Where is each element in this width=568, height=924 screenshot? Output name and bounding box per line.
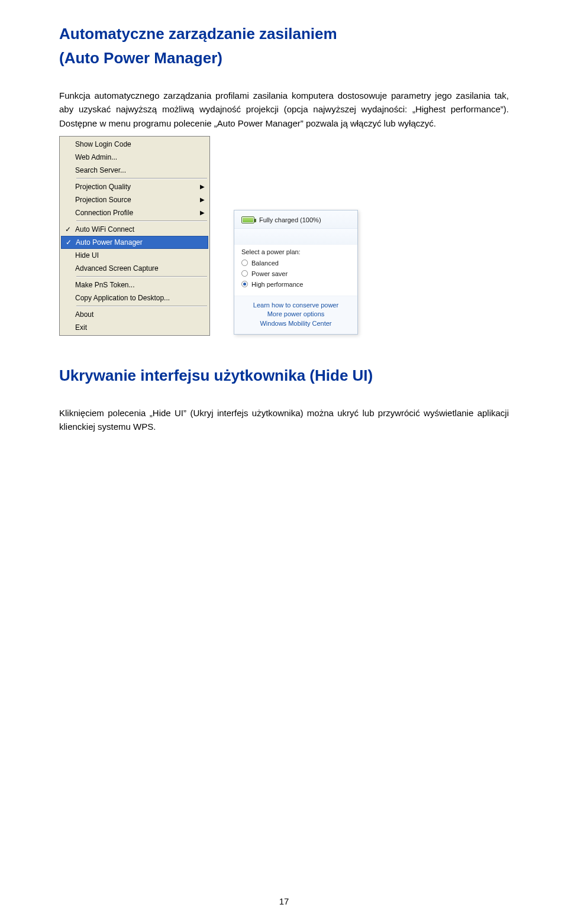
context-menu: Show Login Code Web Admin... Search Serv… (59, 136, 210, 336)
page-number: 17 (279, 896, 289, 906)
menu-item-label: About (75, 310, 207, 319)
menu-item-hide-ui[interactable]: Hide UI (61, 249, 208, 262)
power-plan-option-label: High performance (251, 281, 303, 288)
menu-item-label: Exit (75, 323, 207, 332)
power-plan-label: Select a power plan: (241, 248, 350, 255)
power-link-conserve[interactable]: Learn how to conserve power (238, 301, 354, 310)
menu-item-label: Show Login Code (75, 140, 207, 148)
submenu-arrow-icon: ▶ (200, 183, 207, 190)
battery-icon (241, 216, 254, 223)
menu-separator (76, 178, 207, 179)
menu-item-label: Auto WiFi Connect (75, 225, 207, 234)
section-heading-hide-ui: Ukrywanie interfejsu użytkownika (Hide U… (59, 365, 509, 386)
radio-icon (241, 260, 248, 266)
body-paragraph-1: Funkcja automatycznego zarządzania profi… (59, 89, 509, 130)
menu-item-show-login-code[interactable]: Show Login Code (61, 138, 208, 151)
power-plan-option-label: Balanced (251, 260, 279, 267)
menu-item-make-pns-token[interactable]: Make PnS Token... (61, 278, 208, 291)
power-flyout-panel: Fully charged (100%) Select a power plan… (234, 210, 358, 335)
figures-row: Show Login Code Web Admin... Search Serv… (59, 136, 509, 336)
menu-item-about[interactable]: About (61, 308, 208, 321)
menu-item-label: Projection Quality (75, 183, 200, 191)
radio-icon (241, 281, 248, 287)
power-plan-high-performance[interactable]: High performance (241, 279, 350, 290)
menu-separator (76, 221, 207, 222)
menu-item-auto-power-manager[interactable]: ✓ Auto Power Manager (61, 236, 208, 249)
body-paragraph-2: Kliknięciem polecenia „Hide UI” (Ukryj i… (59, 406, 509, 434)
menu-item-connection-profile[interactable]: Connection Profile ▶ (61, 206, 208, 219)
power-link-mobility-center[interactable]: Windows Mobility Center (238, 319, 354, 328)
power-plan-section: Select a power plan: Balanced Power save… (234, 244, 357, 296)
section-heading-line1: Automatyczne zarządzanie zasilaniem (59, 24, 509, 44)
menu-item-projection-quality[interactable]: Projection Quality ▶ (61, 180, 208, 193)
menu-separator (76, 276, 207, 277)
menu-item-label: Web Admin... (75, 153, 207, 161)
menu-item-label: Advanced Screen Capture (75, 264, 207, 273)
menu-item-label: Projection Source (75, 196, 200, 204)
battery-status-text: Fully charged (100%) (259, 216, 321, 223)
menu-item-label: Make PnS Token... (75, 281, 207, 289)
menu-item-projection-source[interactable]: Projection Source ▶ (61, 193, 208, 206)
power-plan-power-saver[interactable]: Power saver (241, 268, 350, 279)
menu-item-label: Connection Profile (75, 209, 200, 217)
battery-status-row: Fully charged (100%) (234, 210, 357, 229)
menu-item-label: Auto Power Manager (76, 238, 206, 247)
menu-item-label: Copy Application to Desktop... (75, 294, 207, 302)
check-icon: ✓ (65, 225, 71, 234)
menu-item-exit[interactable]: Exit (61, 321, 208, 334)
check-icon: ✓ (66, 238, 72, 247)
submenu-arrow-icon: ▶ (200, 209, 207, 216)
power-link-more-options[interactable]: More power options (238, 310, 354, 319)
submenu-arrow-icon: ▶ (200, 196, 207, 203)
menu-item-search-server[interactable]: Search Server... (61, 164, 208, 177)
menu-separator (76, 306, 207, 307)
power-plan-balanced[interactable]: Balanced (241, 258, 350, 268)
menu-item-advanced-screen-capture[interactable]: Advanced Screen Capture (61, 262, 208, 275)
menu-item-auto-wifi-connect[interactable]: ✓ Auto WiFi Connect (61, 223, 208, 236)
radio-icon (241, 270, 248, 277)
power-panel-links: Learn how to conserve power More power o… (234, 296, 357, 334)
menu-item-label: Hide UI (75, 251, 207, 260)
power-plan-option-label: Power saver (251, 270, 288, 277)
menu-item-copy-application[interactable]: Copy Application to Desktop... (61, 291, 208, 304)
panel-spacer (234, 229, 357, 244)
menu-item-web-admin[interactable]: Web Admin... (61, 151, 208, 164)
section-heading-line2: (Auto Power Manager) (59, 48, 509, 69)
menu-item-label: Search Server... (75, 166, 207, 174)
